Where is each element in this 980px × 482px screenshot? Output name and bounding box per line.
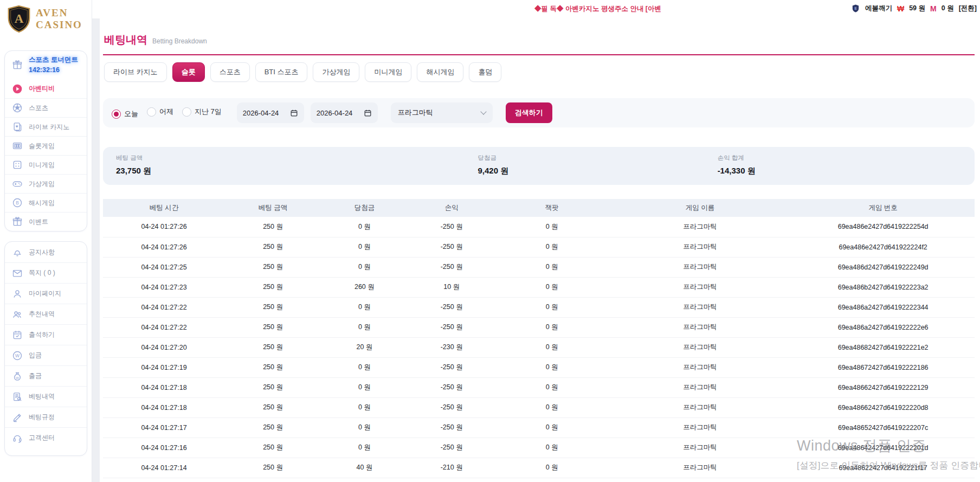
table-cell: 69ea48662427d64192222129	[791, 377, 975, 397]
table-cell: 프라그마틱	[609, 357, 792, 377]
sidebar-item-won-coin[interactable]: W입금	[5, 345, 87, 365]
table-cell: 0 원	[321, 397, 408, 417]
sidebar-item-play-circle[interactable]: 아벤티비	[5, 79, 87, 98]
sidebar-item-dice[interactable]: 미니게임	[5, 155, 87, 174]
page-title: 베팅내역	[104, 33, 147, 47]
period-radio-3[interactable]: 지난 7일	[182, 107, 222, 117]
headset-icon	[12, 433, 23, 444]
table-row: 04-24 01:27:23250 원260 원10 원0 원프라그마틱69ea…	[103, 277, 975, 297]
sidebar-item-label: 슬롯게임	[29, 142, 55, 151]
table-cell: 0 원	[495, 317, 609, 337]
provider-select[interactable]: 프라그마틱	[391, 102, 493, 123]
table-cell: -250 원	[408, 438, 495, 458]
table-cell: 69ea48652427d6419222207c	[791, 417, 975, 438]
table-row: 04-24 01:27:18250 원0 원-250 원0 원프라그마틱69ea…	[103, 377, 975, 397]
table-cell: 250 원	[225, 438, 321, 458]
gift-icon	[12, 216, 23, 227]
table-header-cell: 베팅 시간	[103, 199, 225, 217]
table-cell: 0 원	[495, 217, 609, 237]
sidebar-item-label: 아벤티비	[29, 84, 55, 93]
table-cell: 250 원	[225, 277, 321, 297]
sidebar-item-hash-b[interactable]: B해시게임	[5, 193, 87, 212]
sidebar-item-envelope[interactable]: 쪽지 ( 0 )	[5, 262, 87, 283]
svg-text:W: W	[16, 375, 19, 379]
search-button[interactable]: 검색하기	[506, 102, 552, 123]
brand-logo[interactable]: A AVENCASINO	[0, 0, 92, 37]
table-cell: -250 원	[408, 357, 495, 377]
table-cell: 프라그마틱	[609, 417, 792, 438]
tab-2[interactable]: 슬롯	[172, 62, 205, 82]
table-cell: 0 원	[495, 337, 609, 357]
summary-panel: 베팅 금액 23,750 원 당첨금 9,420 원 손익 합계 -14,330…	[103, 147, 975, 185]
table-cell: 0 원	[495, 237, 609, 257]
sidebar-item-person[interactable]: 마이페이지	[5, 283, 87, 304]
table-row: 04-24 01:27:22250 원0 원-250 원0 원프라그마틱69ea…	[103, 317, 975, 337]
period-radio-2[interactable]: 어제	[147, 107, 173, 117]
main-content: 베팅내역 Betting Breakdown 라이브 카지노슬롯스포츠BTI 스…	[100, 18, 980, 482]
radio-label: 오늘	[124, 109, 138, 119]
tab-8[interactable]: 홀덤	[469, 62, 501, 82]
table-row: 04-24 01:27:18250 원0 원-250 원0 원프라그마틱69ea…	[103, 397, 975, 417]
title-underline	[103, 54, 975, 55]
table-cell: 250 원	[225, 297, 321, 317]
tab-4[interactable]: BTI 스포츠	[255, 62, 308, 82]
table-row: 04-24 01:27:26250 원0 원-250 원0 원프라그마틱69ea…	[103, 237, 975, 257]
date-to-input[interactable]: 2026-04-24	[311, 102, 378, 123]
table-cell: 0 원	[321, 237, 408, 257]
tab-7[interactable]: 해시게임	[417, 62, 463, 82]
table-cell: 69ea486b2427d641922223a2	[791, 277, 975, 297]
radio-label: 어제	[159, 107, 173, 117]
table-row: 04-24 01:27:17250 원0 원-250 원0 원프라그마틱69ea…	[103, 417, 975, 438]
sidebar-item-gamepad[interactable]: 가상게임	[5, 174, 87, 193]
sidebar-item-headset[interactable]: 고객센터	[5, 427, 87, 448]
sidebar-panel-account: 공지사항쪽지 ( 0 )마이페이지추천내역출석하기W입금W출금베팅내역베팅규정고…	[4, 241, 87, 456]
sidebar-item-soccer[interactable]: 스포츠	[5, 98, 87, 117]
tab-6[interactable]: 미니게임	[365, 62, 411, 82]
gamepad-icon	[12, 178, 23, 189]
table-cell: 0 원	[495, 377, 609, 397]
chevron-down-icon	[480, 108, 486, 114]
sidebar-item-calendar-check[interactable]: 출석하기	[5, 324, 87, 345]
table-cell: -250 원	[408, 297, 495, 317]
announcement-link[interactable]: ◆필 독◆ 아벤카지노 평생주소 안내 [아벤	[534, 4, 661, 14]
table-cell: 0 원	[321, 417, 408, 438]
sidebar-item-label: 고객센터	[29, 433, 55, 442]
sidebar-item-doc-search[interactable]: 베팅내역	[5, 386, 87, 407]
sidebar-item-pencil[interactable]: 베팅규정	[5, 407, 87, 427]
table-cell: 프라그마틱	[609, 277, 792, 297]
slot-icon	[12, 140, 23, 151]
sidebar-item-money-pouch[interactable]: W출금	[5, 365, 87, 386]
table-cell: 260 원	[321, 277, 408, 297]
table-row: 04-24 01:27:22250 원0 원-250 원0 원프라그마틱69ea…	[103, 297, 975, 317]
sidebar-item-slot[interactable]: 슬롯게임	[5, 136, 87, 155]
table-cell: 250 원	[225, 257, 321, 277]
table-cell: 0 원	[321, 377, 408, 397]
table-cell: 04-24 01:27:22	[103, 297, 225, 317]
summary-profit-total: 손익 합계 -14,330 원	[718, 154, 756, 176]
tab-3[interactable]: 스포츠	[210, 62, 250, 82]
sidebar-item-cards[interactable]: 라이브 카지노	[5, 117, 87, 136]
table-header-cell: 베팅 금액	[225, 199, 321, 217]
table-cell: 0 원	[321, 297, 408, 317]
tab-5[interactable]: 가상게임	[313, 62, 359, 82]
sidebar-item-gift[interactable]: 이벤트	[5, 212, 87, 231]
sidebar-item-people[interactable]: 추천내역	[5, 304, 87, 324]
table-cell: -250 원	[408, 237, 495, 257]
sidebar-item-bell[interactable]: 공지사항	[5, 242, 87, 262]
date-from-input[interactable]: 2026-04-24	[237, 102, 304, 123]
sidebar-item-label: 마이페이지	[29, 289, 61, 298]
table-header-cell: 손익	[408, 199, 495, 217]
period-radio-1[interactable]: 오늘	[112, 109, 138, 119]
table-cell: 04-24 01:27:14	[103, 458, 225, 478]
table-row: 04-24 01:27:16250 원0 원-250 원0 원프라그마틱69ea…	[103, 438, 975, 458]
evolution-label[interactable]: 에볼깨기	[865, 4, 892, 13]
radio-button-icon	[112, 110, 121, 119]
tab-1[interactable]: 라이브 카지노	[104, 62, 167, 82]
table-cell: -250 원	[408, 317, 495, 337]
convert-button[interactable]: [전환]	[959, 4, 977, 13]
calendar-icon	[290, 109, 298, 117]
sidebar-item-sports-tournament[interactable]: 스포츠 토너먼트142:32:16	[5, 51, 87, 79]
summary-winnings: 당첨금 9,420 원	[478, 154, 508, 176]
table-cell: 250 원	[225, 417, 321, 438]
won-balance: 59 원	[909, 4, 925, 13]
